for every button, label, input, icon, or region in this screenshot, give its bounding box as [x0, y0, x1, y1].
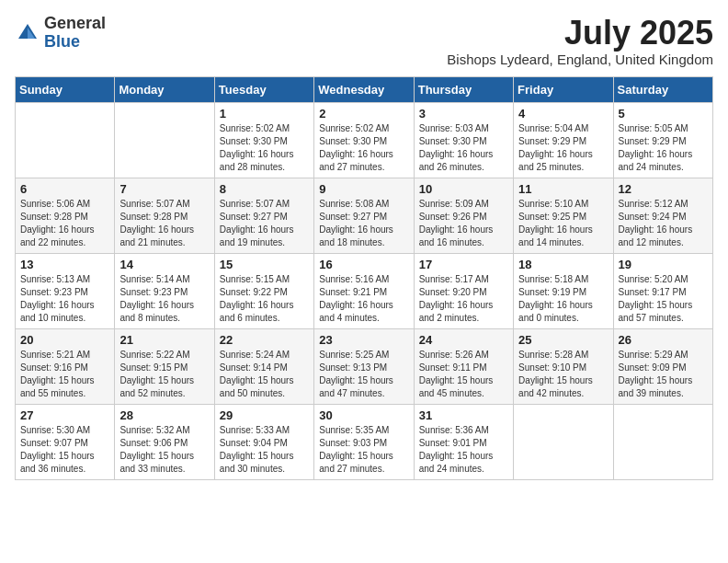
day-number: 20 [20, 333, 109, 347]
day-info: Sunrise: 5:17 AM Sunset: 9:20 PM Dayligh… [419, 273, 508, 325]
title-area: July 2025 Bishops Lydeard, England, Unit… [447, 15, 713, 67]
day-number: 2 [319, 107, 408, 121]
day-cell: 13Sunrise: 5:13 AM Sunset: 9:23 PM Dayli… [16, 253, 115, 328]
calendar-header: SundayMondayTuesdayWednesdayThursdayFrid… [16, 76, 713, 102]
calendar: SundayMondayTuesdayWednesdayThursdayFrid… [15, 76, 713, 480]
week-row-4: 27Sunrise: 5:30 AM Sunset: 9:07 PM Dayli… [16, 404, 713, 479]
day-cell: 28Sunrise: 5:32 AM Sunset: 9:06 PM Dayli… [115, 404, 214, 479]
day-number: 23 [319, 333, 408, 347]
day-cell: 17Sunrise: 5:17 AM Sunset: 9:20 PM Dayli… [414, 253, 513, 328]
day-number: 18 [518, 258, 608, 271]
header-wednesday: Wednesday [314, 76, 414, 102]
day-cell: 3Sunrise: 5:03 AM Sunset: 9:30 PM Daylig… [414, 102, 513, 178]
day-cell: 20Sunrise: 5:21 AM Sunset: 9:16 PM Dayli… [16, 328, 115, 404]
day-info: Sunrise: 5:21 AM Sunset: 9:16 PM Dayligh… [20, 349, 109, 400]
day-info: Sunrise: 5:04 AM Sunset: 9:29 PM Dayligh… [518, 122, 608, 174]
day-number: 25 [518, 333, 608, 347]
day-cell: 26Sunrise: 5:29 AM Sunset: 9:09 PM Dayli… [613, 328, 712, 404]
day-cell: 2Sunrise: 5:02 AM Sunset: 9:30 PM Daylig… [314, 102, 414, 178]
day-info: Sunrise: 5:28 AM Sunset: 9:10 PM Dayligh… [518, 349, 608, 400]
day-cell: 18Sunrise: 5:18 AM Sunset: 9:19 PM Dayli… [514, 253, 613, 328]
subtitle: Bishops Lydeard, England, United Kingdom [447, 52, 713, 67]
day-number: 5 [619, 107, 708, 121]
day-info: Sunrise: 5:22 AM Sunset: 9:15 PM Dayligh… [119, 349, 209, 400]
logo-general: General [44, 15, 106, 33]
day-cell: 10Sunrise: 5:09 AM Sunset: 9:26 PM Dayli… [414, 178, 513, 253]
day-number: 21 [119, 333, 209, 347]
day-number: 19 [619, 258, 708, 271]
day-number: 14 [119, 258, 209, 271]
header-sunday: Sunday [16, 76, 115, 102]
day-number: 28 [119, 408, 209, 422]
day-info: Sunrise: 5:07 AM Sunset: 9:28 PM Dayligh… [119, 198, 209, 249]
day-info: Sunrise: 5:09 AM Sunset: 9:26 PM Dayligh… [419, 198, 508, 249]
day-number: 1 [220, 107, 309, 121]
day-cell: 14Sunrise: 5:14 AM Sunset: 9:23 PM Dayli… [115, 253, 214, 328]
day-cell: 31Sunrise: 5:36 AM Sunset: 9:01 PM Dayli… [414, 404, 513, 479]
day-cell: 19Sunrise: 5:20 AM Sunset: 9:17 PM Dayli… [613, 253, 712, 328]
header-tuesday: Tuesday [214, 76, 313, 102]
day-info: Sunrise: 5:03 AM Sunset: 9:30 PM Dayligh… [419, 122, 508, 174]
day-number: 26 [619, 333, 708, 347]
week-row-2: 13Sunrise: 5:13 AM Sunset: 9:23 PM Dayli… [16, 253, 713, 328]
day-number: 8 [220, 182, 309, 196]
day-cell: 6Sunrise: 5:06 AM Sunset: 9:28 PM Daylig… [16, 178, 115, 253]
day-info: Sunrise: 5:26 AM Sunset: 9:11 PM Dayligh… [419, 349, 508, 400]
day-cell: 16Sunrise: 5:16 AM Sunset: 9:21 PM Dayli… [314, 253, 414, 328]
day-cell [16, 102, 115, 178]
day-info: Sunrise: 5:02 AM Sunset: 9:30 PM Dayligh… [319, 122, 408, 174]
day-cell: 4Sunrise: 5:04 AM Sunset: 9:29 PM Daylig… [514, 102, 613, 178]
day-number: 17 [419, 258, 508, 271]
day-number: 24 [419, 333, 508, 347]
month-title: July 2025 [447, 15, 713, 52]
day-info: Sunrise: 5:35 AM Sunset: 9:03 PM Dayligh… [319, 424, 408, 476]
day-number: 4 [518, 107, 608, 121]
day-number: 12 [619, 182, 708, 196]
header-saturday: Saturday [613, 76, 712, 102]
day-info: Sunrise: 5:24 AM Sunset: 9:14 PM Dayligh… [220, 349, 309, 400]
day-cell [613, 404, 712, 479]
day-cell [514, 404, 613, 479]
day-cell: 21Sunrise: 5:22 AM Sunset: 9:15 PM Dayli… [115, 328, 214, 404]
header-friday: Friday [514, 76, 613, 102]
day-number: 11 [518, 182, 608, 196]
day-cell: 15Sunrise: 5:15 AM Sunset: 9:22 PM Dayli… [214, 253, 313, 328]
day-number: 9 [319, 182, 408, 196]
day-number: 15 [220, 258, 309, 271]
day-cell: 8Sunrise: 5:07 AM Sunset: 9:27 PM Daylig… [214, 178, 313, 253]
day-number: 27 [20, 408, 109, 422]
header-thursday: Thursday [414, 76, 513, 102]
day-cell: 12Sunrise: 5:12 AM Sunset: 9:24 PM Dayli… [613, 178, 712, 253]
day-info: Sunrise: 5:30 AM Sunset: 9:07 PM Dayligh… [20, 424, 109, 476]
header-monday: Monday [115, 76, 214, 102]
day-info: Sunrise: 5:25 AM Sunset: 9:13 PM Dayligh… [319, 349, 408, 400]
day-info: Sunrise: 5:33 AM Sunset: 9:04 PM Dayligh… [220, 424, 309, 476]
day-cell: 5Sunrise: 5:05 AM Sunset: 9:29 PM Daylig… [613, 102, 712, 178]
header-row: SundayMondayTuesdayWednesdayThursdayFrid… [16, 76, 713, 102]
day-info: Sunrise: 5:15 AM Sunset: 9:22 PM Dayligh… [220, 273, 309, 325]
logo-text: General Blue [44, 15, 106, 52]
day-cell: 27Sunrise: 5:30 AM Sunset: 9:07 PM Dayli… [16, 404, 115, 479]
day-info: Sunrise: 5:36 AM Sunset: 9:01 PM Dayligh… [419, 424, 508, 476]
day-number: 22 [220, 333, 309, 347]
logo-icon [15, 20, 40, 46]
day-cell: 23Sunrise: 5:25 AM Sunset: 9:13 PM Dayli… [314, 328, 414, 404]
day-cell: 24Sunrise: 5:26 AM Sunset: 9:11 PM Dayli… [414, 328, 513, 404]
day-info: Sunrise: 5:16 AM Sunset: 9:21 PM Dayligh… [319, 273, 408, 325]
day-info: Sunrise: 5:13 AM Sunset: 9:23 PM Dayligh… [20, 273, 109, 325]
day-cell: 7Sunrise: 5:07 AM Sunset: 9:28 PM Daylig… [115, 178, 214, 253]
day-info: Sunrise: 5:18 AM Sunset: 9:19 PM Dayligh… [518, 273, 608, 325]
day-cell: 25Sunrise: 5:28 AM Sunset: 9:10 PM Dayli… [514, 328, 613, 404]
day-info: Sunrise: 5:05 AM Sunset: 9:29 PM Dayligh… [619, 122, 708, 174]
day-cell [115, 102, 214, 178]
day-number: 30 [319, 408, 408, 422]
day-cell: 29Sunrise: 5:33 AM Sunset: 9:04 PM Dayli… [214, 404, 313, 479]
week-row-1: 6Sunrise: 5:06 AM Sunset: 9:28 PM Daylig… [16, 178, 713, 253]
day-cell: 1Sunrise: 5:02 AM Sunset: 9:30 PM Daylig… [214, 102, 313, 178]
day-number: 31 [419, 408, 508, 422]
day-number: 13 [20, 258, 109, 271]
day-info: Sunrise: 5:10 AM Sunset: 9:25 PM Dayligh… [518, 198, 608, 249]
day-number: 29 [220, 408, 309, 422]
day-info: Sunrise: 5:20 AM Sunset: 9:17 PM Dayligh… [619, 273, 708, 325]
day-cell: 30Sunrise: 5:35 AM Sunset: 9:03 PM Dayli… [314, 404, 414, 479]
